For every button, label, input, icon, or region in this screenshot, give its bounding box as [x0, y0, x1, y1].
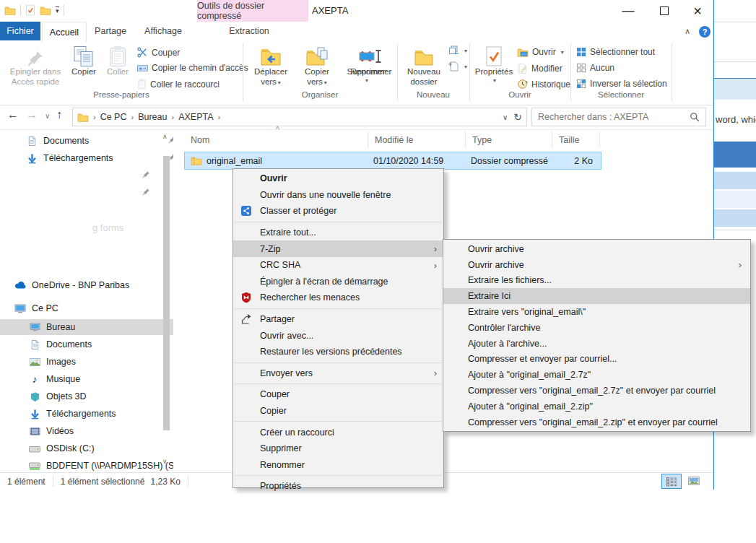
menu-item-couper[interactable]: Couper — [233, 386, 443, 403]
submenu-item-extraire-fichiers[interactable]: Extraire les fichiers... — [443, 273, 750, 289]
menu-item-rechercher-menaces[interactable]: Rechercher les menaces — [233, 290, 443, 306]
column-header-type[interactable]: Type — [466, 131, 552, 148]
submenu-item-extraire-ici[interactable]: Extraire Ici — [443, 288, 750, 304]
help-icon[interactable]: ? — [699, 26, 711, 38]
sidebar-scrollbar[interactable]: ∧ ∨ — [162, 131, 171, 469]
up-icon[interactable]: ↑ — [56, 108, 62, 121]
folder-icon[interactable] — [40, 6, 51, 15]
customize-qat-dropdown-icon[interactable]: ▾ — [56, 6, 59, 14]
menu-item-classer-proteger[interactable]: Classer et protéger — [233, 203, 443, 220]
forward-icon[interactable]: → — [26, 108, 38, 121]
tab-affichage[interactable]: Affichage — [137, 22, 189, 40]
column-header-modifie[interactable]: Modifié le — [368, 131, 466, 148]
menu-item-partager[interactable]: Partager — [233, 311, 443, 328]
sidebar-item-objets-3d[interactable]: Objets 3D — [0, 388, 189, 404]
cut-button[interactable]: Couper — [137, 47, 180, 58]
menu-item-restaurer-versions[interactable]: Restaurer les versions précédentes — [233, 344, 443, 360]
address-dropdown-icon[interactable]: ∨ — [503, 113, 508, 121]
scroll-down-icon[interactable]: ∨ — [162, 458, 168, 465]
sidebar-item-ghost[interactable] — [0, 168, 160, 183]
details-view-button[interactable] — [661, 474, 682, 489]
submenu-item-controler-archive[interactable]: Contrôler l'archive — [443, 320, 750, 336]
folder-icon[interactable] — [4, 6, 16, 15]
refresh-icon[interactable]: ↻ — [513, 111, 522, 123]
column-header-nom[interactable]: Nom — [184, 131, 368, 148]
sidebar-item-documents-quick[interactable]: Documents — [0, 133, 186, 149]
menu-item-supprimer[interactable]: Supprimer — [233, 440, 443, 457]
sidebar-item-ce-pc[interactable]: Ce PC — [0, 300, 175, 316]
tab-accueil[interactable]: Accueil — [42, 22, 87, 42]
thumbnail-view-button[interactable] — [685, 474, 703, 487]
menu-item-ouvrir-avec[interactable]: Ouvrir avec... — [233, 327, 443, 344]
sidebar-item-onedrive[interactable]: OneDrive - BNP Paribas — [0, 277, 175, 293]
file-row-selected[interactable]: original_email 01/10/2020 14:59 Dossier … — [184, 152, 601, 170]
sidebar-item-videos[interactable]: Vidéos — [0, 423, 189, 439]
search-box[interactable] — [531, 108, 706, 126]
sidebar-item-telechargements[interactable]: Téléchargements — [0, 406, 189, 422]
menu-item-envoyer-vers[interactable]: Envoyer vers › — [233, 365, 443, 382]
menu-item-crc-sha[interactable]: CRC SHA › — [233, 257, 443, 274]
new-item-button[interactable]: ▾ — [448, 61, 467, 71]
collapse-ribbon-icon[interactable]: ∧ — [685, 27, 690, 36]
menu-item-extraire-tout[interactable]: Extraire tout... — [233, 225, 443, 241]
maximize-button[interactable] — [648, 0, 680, 22]
properties-button[interactable]: Propriétés ▾ — [474, 43, 514, 84]
column-header-taille[interactable]: Taille — [552, 131, 600, 148]
recent-locations-icon[interactable]: ∨ — [45, 112, 50, 120]
tab-partage[interactable]: Partage — [89, 22, 132, 40]
submenu-item-ajouter-archive[interactable]: Ajouter à l'archive... — [443, 336, 750, 352]
open-button[interactable]: Ouvrir ▾ — [517, 47, 564, 57]
properties-check-icon[interactable] — [25, 4, 35, 16]
menu-item-ouvrir[interactable]: Ouvrir — [233, 170, 443, 187]
search-icon[interactable] — [690, 112, 700, 122]
pin-quick-access-button[interactable]: Épingler dans Accès rapide — [6, 43, 65, 87]
sidebar-item-musique[interactable]: ♪ Musique — [0, 371, 189, 387]
copy-path-button[interactable]: Copier le chemin d'accès — [137, 63, 248, 73]
breadcrumb-ce-pc[interactable]: Ce PC — [97, 112, 130, 122]
submenu-item-ouvrir-archive-avec[interactable]: Ouvrir archive › — [443, 257, 750, 273]
invert-selection-button[interactable]: Inverser la sélection — [576, 79, 667, 89]
menu-item-proprietes[interactable]: Propriétés — [233, 478, 443, 495]
menu-item-7zip[interactable]: 7-Zip › — [233, 240, 443, 257]
menu-item-renommer[interactable]: Renommer — [233, 457, 443, 474]
move-to-button[interactable]: Déplacer vers▾ — [247, 43, 295, 87]
submenu-item-ouvrir-archive[interactable]: Ouvrir archive — [443, 241, 750, 257]
paste-button[interactable]: Coller — [103, 43, 133, 77]
copy-to-button[interactable]: Copier vers▾ — [296, 43, 338, 87]
sidebar-item-bddfent[interactable]: BDDFENT (\\PARDMP15SH) (S:) — [0, 458, 189, 474]
sidebar-item-images[interactable]: Images — [0, 354, 189, 370]
menu-item-epingler-demarrage[interactable]: Épingler à l'écran de démarrage — [233, 274, 443, 290]
submenu-item-compresser-envoyer[interactable]: Compresser et envoyer par courriel... — [443, 352, 750, 368]
submenu-item-compresser-7z-envoyer[interactable]: Compresser vers "original_email_2.7z" et… — [443, 383, 750, 399]
menu-item-creer-raccourci[interactable]: Créer un raccourci — [233, 424, 443, 440]
submenu-item-ajouter-zip[interactable]: Ajouter à "original_email_2.zip" — [443, 399, 750, 414]
scroll-up-icon[interactable]: ∧ — [162, 133, 168, 140]
menu-item-copier[interactable]: Copier — [233, 403, 443, 420]
minimize-button[interactable]: — — [612, 0, 644, 22]
submenu-item-ajouter-7z[interactable]: Ajouter à "original_email_2.7z" — [443, 367, 750, 383]
select-none-button[interactable]: Aucun — [576, 63, 614, 73]
sidebar-item-downloads-quick[interactable]: Téléchargements — [0, 150, 186, 166]
sidebar-item-documents[interactable]: Documents — [0, 336, 189, 352]
submenu-item-extraire-vers[interactable]: Extraire vers "original_email\" — [443, 304, 750, 320]
submenu-item-compresser-zip-envoyer[interactable]: Compresser vers "original_email_2.zip" e… — [443, 414, 750, 430]
sidebar-item-ghost[interactable] — [0, 185, 160, 201]
tab-fichier[interactable]: Fichier — [0, 22, 40, 40]
sidebar-item-bureau[interactable]: Bureau — [0, 319, 189, 335]
paste-shortcut-button[interactable]: Coller le raccourci — [137, 79, 220, 90]
address-bar[interactable]: › Ce PC › Bureau › AXEPTA › ∨ ↻ — [72, 108, 527, 126]
sidebar-item-osdisk[interactable]: OSDisk (C:) — [0, 440, 189, 456]
menu-item-ouvrir-nouvelle-fenetre[interactable]: Ouvrir dans une nouvelle fenêtre — [233, 187, 443, 204]
select-all-button[interactable]: Sélectionner tout — [576, 47, 655, 57]
history-button[interactable]: Historique — [517, 79, 570, 90]
new-folder-button[interactable]: Nouveau dossier — [401, 43, 446, 87]
back-icon[interactable]: ← — [7, 108, 19, 121]
scrollbar-thumb[interactable] — [163, 156, 170, 430]
breadcrumb-axepta[interactable]: AXEPTA — [175, 112, 216, 122]
rename-button[interactable]: Renommer — [345, 43, 397, 77]
edit-button[interactable]: Modifier — [517, 63, 562, 74]
tab-extraction[interactable]: Extraction — [220, 22, 278, 40]
search-input[interactable] — [532, 112, 690, 122]
close-button[interactable]: × — [682, 0, 713, 22]
copy-button[interactable]: Copier — [66, 43, 101, 77]
